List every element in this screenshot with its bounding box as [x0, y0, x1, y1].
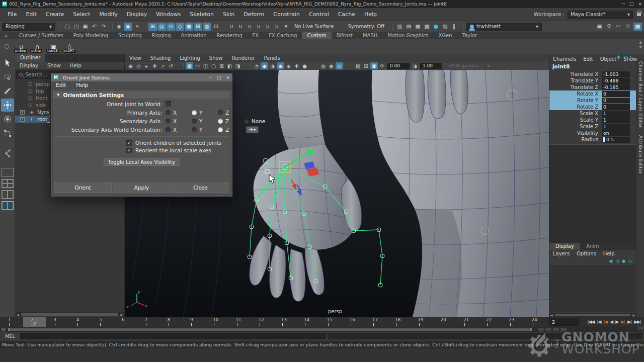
viewport-toolbar-icon[interactable]: ⊞ — [362, 62, 370, 69]
channel-box-display-icon[interactable]: ◺ — [630, 55, 634, 60]
layer-editor-menu-item[interactable]: Help — [600, 251, 618, 256]
color-management-dropdown[interactable]: sRGB gamma ▾ — [448, 63, 490, 68]
viewport-toolbar-icon[interactable]: ▣ — [370, 62, 378, 69]
dialog-footer-button[interactable]: Orient — [54, 183, 112, 193]
status-line-icon[interactable]: ∪ — [236, 23, 245, 31]
status-line-icon[interactable]: ∪ — [227, 23, 236, 31]
frame-tick[interactable]: 12 — [251, 317, 273, 327]
window-control-button[interactable]: × — [638, 2, 642, 7]
viewport-toolbar-icon[interactable] — [243, 62, 251, 69]
status-line-icon[interactable]: ◍ — [203, 23, 211, 31]
secondary-axis-option[interactable]: X — [166, 118, 192, 124]
status-line-icon[interactable]: ◉ — [124, 23, 132, 31]
layout-outliner-persp-button[interactable] — [2, 201, 14, 210]
playback-button[interactable]: |◀ — [602, 319, 608, 324]
playback-button[interactable]: |◀ — [596, 319, 602, 324]
shelf-tab[interactable]: Rendering — [211, 32, 247, 39]
dialog-window-control[interactable]: ─ — [209, 75, 212, 80]
viewport-toolbar-icon[interactable]: ▭ — [194, 62, 201, 69]
shelf-scrollbar[interactable]: ▲▼ — [639, 40, 642, 49]
sidebar-toggle-icon[interactable]: ≔ — [614, 23, 623, 31]
channel-row[interactable]: Rotate Z 0 — [549, 104, 636, 110]
shelf-menu-icon[interactable]: ≡ — [4, 33, 8, 38]
viewport-toolbar-icon[interactable]: ● — [301, 62, 308, 69]
status-line-icon[interactable]: ◇ — [176, 23, 184, 31]
layer-editor-menu-item[interactable]: Layers — [549, 251, 573, 256]
shelf-button[interactable]: ▣ twbCB — [46, 40, 60, 53]
shelf-tab[interactable]: Motion Graphics — [382, 32, 433, 39]
status-line-icon[interactable]: ↶ — [90, 23, 99, 31]
frame-tick[interactable]: 21 — [455, 317, 478, 327]
primary-axis-option[interactable]: X — [166, 110, 192, 116]
sidebar-toggle-icon[interactable]: ▦ — [633, 23, 642, 31]
viewport-toolbar-icon[interactable]: ◧ — [226, 62, 233, 69]
radio-icon[interactable] — [218, 119, 223, 124]
secondary-axis-option[interactable]: Y — [192, 118, 218, 124]
selected-object-name[interactable]: joint8 — [549, 62, 636, 71]
status-line-icon[interactable]: ◎ — [157, 23, 166, 31]
rotate-tool-button[interactable] — [1, 113, 14, 126]
checkbox-icon[interactable]: ✓ — [126, 140, 132, 146]
channel-row[interactable]: Translate Y -9.488 — [549, 77, 636, 84]
channel-row[interactable]: Translate Z -0.185 — [549, 84, 636, 90]
frame-tick[interactable]: 17 — [364, 317, 387, 327]
status-line-icon[interactable]: ⊠ — [194, 23, 202, 31]
frame-tick[interactable]: 6 — [114, 317, 136, 327]
shelf-tab[interactable]: Taylor — [457, 32, 482, 39]
viewport-toolbar-icon[interactable]: ◔ — [253, 62, 260, 69]
menu-item[interactable]: Constrain — [269, 9, 304, 20]
menu-set-dropdown[interactable]: Rigging ▾ — [2, 23, 55, 31]
channel-value-field[interactable]: 1 — [602, 111, 630, 117]
shelf-tab[interactable]: Custom — [302, 32, 331, 39]
frame-tick[interactable]: 22 — [478, 317, 501, 327]
orientation-settings-section[interactable]: ▼ Orientation Settings — [53, 91, 230, 99]
render-icon[interactable]: ▨ — [441, 23, 449, 31]
scale-tool-button[interactable] — [1, 127, 14, 140]
shelf-tab[interactable]: MASH — [358, 32, 382, 39]
layer-create-icon[interactable]: ◀ — [609, 258, 612, 263]
command-line-mode[interactable]: MEL — [0, 333, 20, 339]
status-line-icon[interactable] — [222, 23, 225, 30]
dialog-title-bar[interactable]: M Orient Joint Options ─□× — [51, 73, 232, 81]
frame-tick[interactable]: 15 — [319, 317, 342, 327]
orient-world-checkbox[interactable] — [166, 101, 171, 107]
radio-icon[interactable] — [218, 110, 223, 115]
outliner-menu-item[interactable]: Display — [15, 63, 43, 68]
channel-value-field[interactable]: 0 — [602, 91, 630, 97]
channel-row[interactable]: Rotate X 0 — [549, 90, 636, 97]
world-orientation-option[interactable]: Y — [192, 127, 218, 133]
status-line-icon[interactable]: ↷ — [99, 23, 108, 31]
layout-four-pane-button[interactable] — [2, 179, 14, 188]
menu-item[interactable]: File — [3, 9, 21, 20]
time-slider-ticks[interactable]: 123456789101112131415161718192021222324 … — [0, 317, 546, 327]
viewport-menu-item[interactable]: Shading — [146, 55, 176, 61]
menu-item[interactable]: Modify — [95, 9, 122, 20]
radio-icon[interactable] — [192, 110, 197, 115]
radio-icon[interactable] — [218, 127, 223, 132]
exposure-icon[interactable]: ⟳ — [378, 62, 386, 69]
channel-box-menu-item[interactable]: Edit — [580, 56, 596, 62]
channel-value-field[interactable]: 0 — [602, 98, 630, 104]
channel-row[interactable]: Radius 0.5 — [549, 136, 636, 143]
radio-icon[interactable] — [166, 127, 171, 132]
status-line-icon[interactable]: ∪ — [264, 23, 272, 31]
world-orientation-option[interactable]: X — [166, 127, 192, 133]
dialog-footer-button[interactable]: Apply — [113, 183, 171, 193]
viewport-toolbar-icon[interactable]: ◎ — [135, 62, 142, 69]
playback-button[interactable]: ▶| — [620, 319, 626, 324]
shelf-tab[interactable]: Curves / Surfaces — [14, 32, 68, 39]
select-tool-button[interactable] — [1, 56, 14, 69]
viewport-toolbar-icon[interactable] — [176, 62, 184, 69]
shelf-tab[interactable]: XGen — [434, 32, 457, 39]
viewport-menu-item[interactable]: Show — [205, 55, 227, 61]
status-line-icon[interactable]: ⊡ — [212, 23, 220, 31]
viewport-toolbar-icon[interactable]: ◑ — [269, 62, 276, 69]
shelf-tab[interactable]: Sculpting — [113, 32, 147, 39]
status-line-icon[interactable] — [57, 23, 61, 30]
render-icon[interactable]: ▤ — [405, 23, 413, 31]
outliner-menu-item[interactable]: Help — [65, 63, 86, 68]
viewport-toolbar-icon[interactable]: ◫ — [202, 62, 209, 69]
sidebar-toggle-icon[interactable]: ≣ — [624, 23, 632, 31]
render-icon[interactable]: ▩ — [423, 23, 431, 31]
render-icon[interactable]: ● — [432, 23, 440, 31]
